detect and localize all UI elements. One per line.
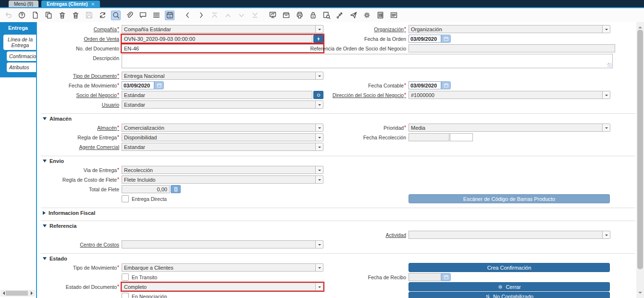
product-info-icon[interactable]: [375, 11, 385, 20]
calculator-button[interactable]: [171, 185, 181, 193]
almacen-combobox[interactable]: Comercialización: [122, 124, 323, 132]
resize-grip-icon[interactable]: [607, 63, 612, 67]
tipo-movimiento-value[interactable]: Embarque a Clientes: [122, 263, 316, 272]
field-label-almacen[interactable]: Almacén: [97, 125, 119, 131]
export-icon[interactable]: [348, 11, 358, 20]
refresh-icon[interactable]: [98, 11, 107, 20]
find-icon[interactable]: [111, 11, 121, 20]
field-label-compania[interactable]: Compañía: [94, 26, 119, 32]
usuario-combobox[interactable]: Estandar: [122, 100, 323, 109]
cerrar-button[interactable]: Cerrar: [409, 282, 610, 291]
tab-entregas-cliente[interactable]: Entregas (Cliente) ✕: [41, 0, 100, 7]
horizontal-scrollbar[interactable]: [0, 290, 35, 297]
collapse-triangle-icon[interactable]: [43, 224, 47, 227]
organizacion-value[interactable]: Organización: [409, 25, 603, 33]
collapse-triangle-icon[interactable]: [43, 117, 47, 120]
fecha-recibo-value[interactable]: [409, 273, 441, 281]
centro-costos-value[interactable]: [122, 240, 316, 248]
workflow-icon[interactable]: [335, 11, 345, 20]
delete-selection-icon[interactable]: [71, 11, 80, 20]
field-label-tipo-documento[interactable]: Tipo de Documento: [73, 73, 119, 79]
chevron-down-icon[interactable]: [316, 133, 323, 141]
descripcion-textarea[interactable]: [122, 54, 613, 68]
tab-menu[interactable]: Menú (9): [9, 0, 38, 7]
actividad-value[interactable]: [409, 231, 603, 239]
fecha-recoleccion-date[interactable]: [409, 133, 449, 141]
first-record-icon[interactable]: [210, 11, 219, 20]
section-informacion-fiscal[interactable]: Informacion Fiscal: [41, 208, 635, 216]
prioridad-value[interactable]: Media: [409, 124, 603, 132]
regla-entrega-value[interactable]: Disponibilidad: [122, 133, 316, 141]
fecha-movimiento-value[interactable]: 03/09/2020: [122, 81, 154, 89]
delete-record-icon[interactable]: [57, 11, 67, 20]
fecha-orden-field[interactable]: 03/09/2020: [409, 35, 451, 43]
no-contabilizado-button[interactable]: No Contabilizado: [409, 292, 610, 298]
actividad-combobox[interactable]: [409, 231, 610, 239]
chevron-down-icon[interactable]: [316, 143, 323, 151]
referencia-orden-value[interactable]: [409, 44, 615, 52]
chevron-down-icon[interactable]: [316, 240, 323, 248]
tipo-movimiento-combobox[interactable]: Embarque a Clientes: [122, 263, 323, 272]
previous-record-icon[interactable]: [183, 11, 192, 20]
lock-icon[interactable]: [308, 11, 318, 20]
section-almacen[interactable]: Almacén: [41, 113, 635, 122]
direccion-socio-value[interactable]: #1000000: [409, 91, 603, 99]
tipo-documento-combobox[interactable]: Entrega Nacional: [122, 72, 323, 80]
fecha-recoleccion-field[interactable]: [409, 133, 473, 141]
settings-gear-icon[interactable]: [362, 11, 372, 20]
chevron-down-icon[interactable]: [603, 231, 610, 239]
calendar-picker-icon[interactable]: [154, 81, 164, 89]
undo-icon[interactable]: [3, 11, 13, 20]
scroll-thumb[interactable]: [6, 291, 28, 296]
chevron-down-icon[interactable]: [316, 100, 323, 109]
parent-record-icon[interactable]: [223, 11, 233, 20]
via-entrega-combobox[interactable]: Recolección: [122, 166, 323, 174]
attachment-icon[interactable]: [124, 11, 134, 20]
log-icon[interactable]: [389, 11, 398, 20]
orden-venta-field[interactable]: OVN-30_2020-09-03 00:00:00: [122, 35, 323, 43]
chevron-down-icon[interactable]: [316, 166, 323, 174]
chevron-down-icon[interactable]: [316, 25, 323, 33]
fecha-recibo-field[interactable]: [409, 273, 451, 281]
next-record-icon[interactable]: [196, 11, 206, 20]
sidebar-tab-atributos[interactable]: Atributos: [7, 62, 36, 72]
centro-costos-combobox[interactable]: [122, 240, 323, 248]
field-label-socio-negocio[interactable]: Socio del Negocio: [76, 92, 119, 98]
en-transito-checkbox[interactable]: [122, 273, 129, 281]
field-label-organizacion[interactable]: Organización: [374, 26, 406, 32]
fecha-orden-value[interactable]: 03/09/2020: [409, 35, 441, 43]
calendar-picker-icon[interactable]: [441, 35, 451, 43]
collapse-triangle-icon[interactable]: [43, 257, 47, 260]
crea-confirmacion-button[interactable]: Crea Confirmación: [409, 263, 610, 272]
regla-entrega-combobox[interactable]: Disponibilidad: [122, 133, 323, 141]
field-label-usuario[interactable]: Usuario: [102, 102, 119, 108]
zoom-record-button[interactable]: [313, 35, 323, 43]
no-documento-value[interactable]: EN-46: [122, 44, 323, 52]
section-referencia[interactable]: Referencia: [41, 221, 635, 229]
detail-record-icon[interactable]: [236, 11, 246, 20]
expand-triangle-icon[interactable]: [43, 211, 46, 215]
agente-comercial-combobox[interactable]: Estandar: [122, 143, 323, 151]
field-label-centro-costos[interactable]: Centro de Costos: [80, 242, 119, 248]
socio-negocio-field[interactable]: Estándar: [122, 91, 323, 99]
section-envio[interactable]: Envio: [41, 156, 635, 164]
no-documento-field[interactable]: EN-46: [122, 44, 323, 52]
scroll-thumb[interactable]: [637, 30, 643, 269]
regla-flete-value[interactable]: Flete Incluido: [122, 175, 316, 184]
almacen-value[interactable]: Comercialización: [122, 124, 316, 132]
chat-icon[interactable]: [138, 11, 148, 20]
chevron-down-icon[interactable]: [316, 175, 323, 184]
orden-venta-value[interactable]: OVN-30_2020-09-03 00:00:00: [122, 35, 312, 43]
section-estado[interactable]: Estado: [41, 253, 635, 261]
sidebar-tab-entrega[interactable]: Entrega: [0, 22, 36, 33]
fecha-contable-value[interactable]: 03/09/2020: [409, 81, 441, 89]
entrega-directa-checkbox[interactable]: [122, 195, 129, 202]
field-label-agente-comercial[interactable]: Agente Comercial: [79, 144, 119, 150]
new-record-icon[interactable]: [30, 11, 40, 20]
escaner-barras-button[interactable]: Escáner de Código de Barras Producto: [409, 194, 610, 203]
bpartner-info-button[interactable]: [313, 91, 323, 99]
via-entrega-value[interactable]: Recolección: [122, 166, 316, 174]
field-label-actividad[interactable]: Actividad: [385, 232, 406, 238]
scroll-up-icon[interactable]: [638, 25, 642, 28]
fecha-movimiento-field[interactable]: 03/09/2020: [122, 81, 164, 89]
